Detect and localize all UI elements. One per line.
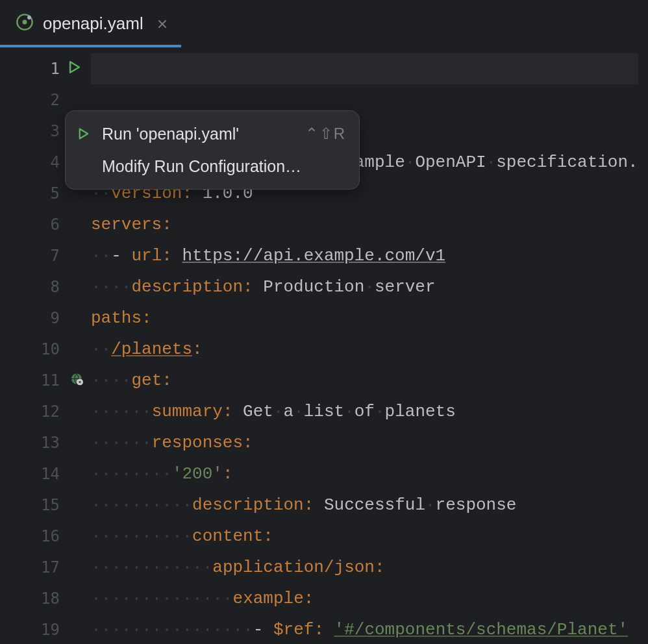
code-line[interactable]: ··/planets: [91, 334, 638, 365]
code-line[interactable]: ··········content: [91, 521, 638, 552]
gutter-line[interactable]: 15 [0, 489, 65, 521]
gutter-line[interactable]: 17 [0, 552, 65, 583]
openapi-file-icon [16, 13, 34, 34]
code-line[interactable] [91, 53, 638, 84]
code-line[interactable]: ················- $ref: '#/components/sc… [91, 614, 638, 644]
code-line[interactable]: ····get: [91, 365, 638, 396]
menu-modify-label: Modify Run Configuration… [102, 157, 346, 176]
gutter-line[interactable]: 18 [0, 583, 65, 614]
code-line[interactable]: ······responses: [91, 427, 638, 458]
line-number: 17 [41, 558, 60, 576]
line-number: 2 [51, 91, 60, 109]
code-line[interactable]: ··- url: https://api.example.com/v1 [91, 240, 638, 271]
line-number: 10 [41, 340, 60, 358]
gutter-line[interactable]: 5 [0, 178, 65, 209]
gutter: 12345678910111213141516171819 [0, 48, 65, 644]
code-line[interactable]: ············application/json: [91, 552, 638, 583]
line-number: 3 [51, 122, 60, 140]
line-number: 4 [51, 153, 60, 171]
menu-modify-config[interactable]: Modify Run Configuration… [66, 150, 359, 182]
gutter-line[interactable]: 8 [0, 271, 65, 303]
line-number: 9 [51, 309, 60, 327]
code-line[interactable]: ······summary: Get·a·list·of·planets [91, 396, 638, 427]
gutter-line[interactable]: 9 [0, 303, 65, 334]
line-number: 5 [51, 184, 60, 203]
line-number: 19 [41, 621, 60, 639]
code-line[interactable]: ········'200': [91, 458, 638, 489]
code-line[interactable]: servers: [91, 209, 638, 240]
gutter-line[interactable]: 13 [0, 427, 65, 458]
gutter-line[interactable]: 7 [0, 240, 65, 271]
tab-bar: openapi.yaml [0, 0, 648, 48]
line-number: 18 [41, 589, 60, 608]
blank-icon [77, 159, 92, 173]
line-number: 12 [41, 402, 60, 421]
code-line[interactable]: paths: [91, 303, 638, 334]
menu-run[interactable]: Run 'openapi.yaml' ⌃⇧R [66, 118, 359, 150]
line-number: 1 [51, 60, 60, 78]
gutter-line[interactable]: 1 [0, 53, 65, 84]
tab-label: openapi.yaml [43, 14, 143, 34]
line-number: 8 [51, 278, 60, 296]
gutter-line[interactable]: 12 [0, 396, 65, 427]
line-number: 6 [51, 216, 60, 234]
tab-openapi[interactable]: openapi.yaml [0, 0, 181, 47]
code-line[interactable]: ··········description: Successful·respon… [91, 489, 638, 521]
gutter-endpoint-icon[interactable] [70, 373, 83, 389]
run-context-menu: Run 'openapi.yaml' ⌃⇧R Modify Run Config… [65, 110, 360, 190]
code-line[interactable]: ··············example: [91, 583, 638, 614]
gutter-line[interactable]: 16 [0, 521, 65, 552]
gutter-line[interactable]: 4 [0, 147, 65, 178]
close-icon[interactable] [156, 18, 168, 30]
line-number: 7 [51, 247, 60, 265]
gutter-run-icon[interactable] [68, 60, 82, 78]
gutter-line[interactable]: 11 [0, 365, 65, 396]
menu-run-label: Run 'openapi.yaml' [102, 125, 295, 143]
gutter-line[interactable]: 10 [0, 334, 65, 365]
gutter-line[interactable]: 19 [0, 614, 65, 644]
line-number: 15 [41, 496, 60, 514]
play-icon [77, 127, 92, 141]
line-number: 16 [41, 527, 60, 545]
line-number: 11 [41, 371, 60, 390]
gutter-line[interactable]: 2 [0, 84, 65, 116]
code-line[interactable]: ····description: Production·server [91, 271, 638, 303]
svg-point-1 [23, 20, 27, 25]
menu-run-shortcut: ⌃⇧R [305, 125, 346, 143]
line-number: 14 [41, 465, 60, 483]
gutter-line[interactable]: 6 [0, 209, 65, 240]
gutter-line[interactable]: 14 [0, 458, 65, 489]
editor: 12345678910111213141516171819 ··descript… [0, 48, 648, 644]
svg-point-2 [27, 16, 31, 19]
gutter-line[interactable]: 3 [0, 116, 65, 147]
line-number: 13 [41, 434, 60, 452]
